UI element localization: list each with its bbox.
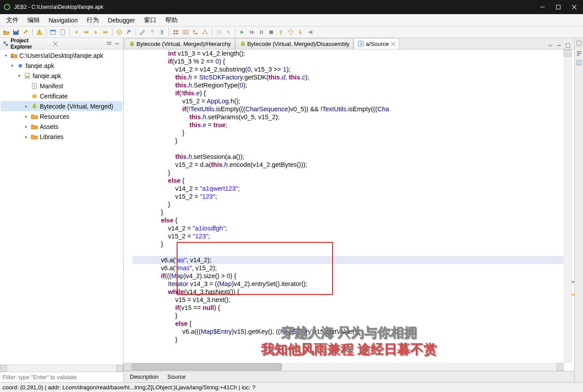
debug-stop-icon[interactable] bbox=[267, 28, 276, 37]
restore-panel-icon[interactable] bbox=[575, 40, 583, 47]
menu-item-debugger[interactable]: Debugger bbox=[103, 15, 140, 26]
editor-tab[interactable]: Bytecode (Virtual, Merged)/Disassembly bbox=[235, 38, 354, 49]
tree-toggle-icon[interactable]: ▾ bbox=[3, 53, 9, 58]
maximize-button[interactable] bbox=[555, 4, 562, 11]
debug-step-into-icon[interactable] bbox=[276, 28, 285, 37]
menu-item-文件[interactable]: 文件 bbox=[2, 15, 23, 26]
tree-toggle-icon[interactable]: ▸ bbox=[23, 124, 29, 129]
window-icon[interactable] bbox=[49, 28, 57, 37]
tree-toggle-icon[interactable]: ▾ bbox=[9, 63, 15, 68]
menu-item-编辑[interactable]: 编辑 bbox=[23, 15, 44, 26]
panel-title: Project Explorer bbox=[11, 38, 51, 50]
svg-point-51 bbox=[33, 104, 34, 105]
cut-icon[interactable] bbox=[158, 28, 167, 37]
cert-icon bbox=[31, 93, 38, 100]
menu-item-帮助[interactable]: 帮助 bbox=[161, 15, 182, 26]
tree-node[interactable]: ▾ C:\Users\a\Desktop\fanqie.apk bbox=[1, 50, 122, 60]
svg-rect-41 bbox=[115, 43, 119, 44]
nav-back-icon[interactable] bbox=[72, 28, 81, 37]
code-editor[interactable]: int v15_3 = v14_2.length(); if(v15_3 % 2… bbox=[124, 49, 574, 371]
tab-label: Bytecode (Virtual, Merged)/Hierarchy bbox=[136, 41, 231, 47]
editor-tab[interactable]: Bytecode (Virtual, Merged)/Hierarchy bbox=[125, 38, 235, 49]
open-icon[interactable] bbox=[2, 28, 11, 37]
tree-node[interactable]: ▸ Assets bbox=[1, 121, 122, 132]
save-icon[interactable] bbox=[11, 28, 20, 37]
tree-node[interactable]: X Manifest bbox=[1, 81, 122, 91]
svg-point-49 bbox=[34, 95, 35, 97]
tree-node[interactable]: ▾ fanqie.apk bbox=[1, 71, 122, 81]
comment-icon[interactable]: /* bbox=[125, 28, 133, 37]
tabs-max-icon[interactable] bbox=[564, 42, 572, 49]
tree-toggle-icon[interactable]: ▸ bbox=[23, 134, 29, 139]
outline-icon[interactable] bbox=[575, 49, 583, 57]
tabs-min-icon[interactable] bbox=[556, 42, 563, 49]
debug-step-over-icon[interactable] bbox=[286, 28, 295, 37]
grid2-icon[interactable] bbox=[181, 28, 190, 37]
highlight-icon[interactable] bbox=[148, 28, 157, 37]
tabs-menu-icon[interactable] bbox=[547, 42, 554, 49]
editor-hscrollbar[interactable] bbox=[124, 363, 564, 371]
nav-back2-icon[interactable] bbox=[82, 28, 91, 37]
svg-rect-6 bbox=[14, 30, 18, 31]
nav-fwd-icon[interactable] bbox=[91, 28, 100, 37]
wrench-icon[interactable] bbox=[21, 28, 30, 37]
tree-label: Manifest bbox=[40, 83, 63, 90]
debug-start-icon[interactable] bbox=[238, 28, 246, 37]
link-icon[interactable] bbox=[224, 28, 233, 37]
project-tree[interactable]: ▾ C:\Users\a\Desktop\fanqie.apk▾ fanqie.… bbox=[0, 49, 123, 365]
debug-run-to-icon[interactable] bbox=[306, 28, 314, 37]
svg-rect-2 bbox=[556, 5, 560, 9]
grid1-icon[interactable] bbox=[171, 28, 180, 37]
xref-icon[interactable] bbox=[214, 28, 223, 37]
tasks-icon[interactable] bbox=[575, 59, 583, 66]
minimize-button[interactable] bbox=[539, 4, 546, 11]
svg-rect-63 bbox=[557, 45, 561, 46]
document-icon[interactable] bbox=[58, 28, 67, 37]
menu-item-窗口[interactable]: 窗口 bbox=[140, 15, 161, 26]
svg-rect-14 bbox=[176, 30, 178, 32]
debug-step-out-icon[interactable] bbox=[296, 28, 305, 37]
editor-tab[interactable]: Ja/Source bbox=[354, 38, 399, 49]
menubar: 文件编辑Navigation行为Debugger窗口帮助 bbox=[0, 14, 583, 26]
tree-hscrollbar[interactable] bbox=[0, 365, 123, 372]
tree-filter-input[interactable] bbox=[0, 372, 123, 382]
menu-item-行为[interactable]: 行为 bbox=[82, 15, 103, 26]
tree-toggle-icon[interactable]: ▾ bbox=[16, 73, 22, 78]
svg-rect-15 bbox=[174, 33, 175, 34]
tree-node[interactable]: ▸ Libraries bbox=[1, 132, 122, 142]
svg-rect-69 bbox=[577, 60, 581, 65]
xml-icon: X bbox=[31, 83, 38, 90]
nav-fwd2-icon[interactable] bbox=[101, 28, 110, 37]
folder-icon bbox=[31, 123, 38, 130]
graph-icon[interactable] bbox=[201, 28, 209, 37]
edit-icon[interactable] bbox=[138, 28, 147, 37]
tree-view-icon[interactable] bbox=[191, 28, 200, 37]
debug-pause-icon[interactable] bbox=[257, 28, 266, 37]
bottom-tab-description[interactable]: Description bbox=[125, 372, 163, 382]
svg-rect-50 bbox=[33, 106, 36, 108]
svg-point-33 bbox=[300, 30, 301, 31]
panel-close-icon[interactable] bbox=[53, 41, 57, 46]
tree-node[interactable]: ▾ fanqie.apk bbox=[1, 60, 122, 71]
tree-node[interactable]: Certificate bbox=[1, 91, 122, 101]
tree-toggle-icon[interactable]: ▸ bbox=[23, 114, 29, 119]
svg-text:J: J bbox=[360, 41, 362, 46]
view-menu-icon[interactable] bbox=[106, 40, 113, 47]
debug-resume-icon[interactable] bbox=[247, 28, 256, 37]
tree-node[interactable]: ▸ Bytecode (Virtual, Merged) bbox=[1, 101, 122, 111]
tree-label: Resources bbox=[40, 113, 69, 120]
menu-item-navigation[interactable]: Navigation bbox=[44, 15, 82, 26]
app-icon bbox=[4, 4, 11, 11]
analyze-icon[interactable] bbox=[115, 28, 124, 37]
tree-label: C:\Users\a\Desktop\fanqie.apk bbox=[19, 52, 103, 59]
tree-toggle-icon[interactable]: ▸ bbox=[23, 104, 29, 109]
close-button[interactable] bbox=[571, 4, 578, 11]
collapse-all-icon[interactable] bbox=[98, 40, 105, 47]
bottom-tab-source[interactable]: Source bbox=[163, 372, 190, 382]
tree-node[interactable]: ▸ Resources bbox=[1, 111, 122, 121]
warning-icon[interactable]: ! bbox=[35, 28, 44, 37]
editor-vscrollbar[interactable] bbox=[564, 49, 572, 363]
tab-close-icon[interactable] bbox=[391, 42, 395, 46]
svg-point-20 bbox=[193, 30, 195, 32]
minimize-panel-icon[interactable] bbox=[114, 40, 121, 47]
